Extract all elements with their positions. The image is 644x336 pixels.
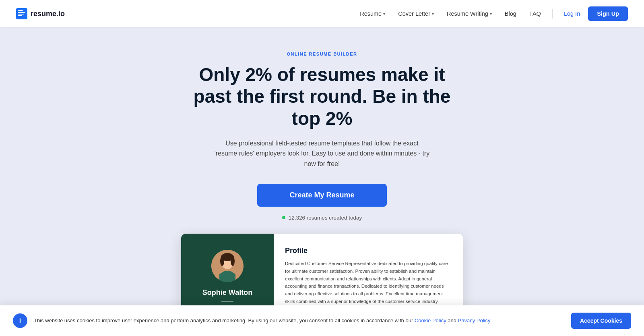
logo-text: resume.io bbox=[31, 10, 65, 18]
logo[interactable]: resume.io bbox=[16, 8, 65, 19]
nav-resume[interactable]: Resume ▾ bbox=[355, 7, 390, 20]
logo-icon bbox=[16, 8, 27, 19]
hero-eyebrow: ONLINE RESUME BUILDER bbox=[287, 52, 357, 56]
chevron-down-icon: ▾ bbox=[432, 12, 434, 16]
hero-title: Only 2% of resumes make it past the firs… bbox=[185, 64, 459, 129]
svg-point-9 bbox=[231, 256, 235, 266]
nav-cover-letter[interactable]: Cover Letter ▾ bbox=[393, 7, 439, 20]
svg-rect-4 bbox=[18, 15, 22, 16]
header: resume.io Resume ▾ Cover Letter ▾ Resume… bbox=[0, 0, 644, 27]
nav-faq[interactable]: FAQ bbox=[524, 7, 546, 20]
login-button[interactable]: Log In bbox=[559, 7, 585, 20]
cookie-text: This website uses cookies to improve use… bbox=[34, 317, 565, 325]
main-nav: Resume ▾ Cover Letter ▾ Resume Writing ▾… bbox=[355, 6, 628, 21]
resume-count: 12,326 resumes created today bbox=[282, 215, 362, 221]
live-indicator bbox=[282, 216, 285, 219]
info-icon: i bbox=[13, 313, 27, 328]
nav-blog[interactable]: Blog bbox=[500, 7, 521, 20]
svg-rect-1 bbox=[18, 10, 23, 11]
chevron-down-icon: ▾ bbox=[383, 12, 385, 16]
hero-section: ONLINE RESUME BUILDER Only 2% of resumes… bbox=[0, 27, 644, 336]
cookie-banner: i This website uses cookies to improve u… bbox=[0, 305, 644, 336]
svg-rect-3 bbox=[18, 14, 24, 15]
svg-point-8 bbox=[220, 256, 224, 266]
svg-rect-2 bbox=[18, 12, 25, 13]
resume-name: Sophie Walton bbox=[202, 288, 252, 297]
nav-divider bbox=[552, 9, 553, 19]
resume-divider bbox=[221, 301, 233, 302]
privacy-policy-link[interactable]: Privacy Policy bbox=[458, 317, 490, 324]
avatar bbox=[211, 250, 244, 282]
hero-subtitle: Use professional field-tested resume tem… bbox=[213, 138, 431, 169]
create-resume-button[interactable]: Create My Resume bbox=[257, 184, 386, 207]
nav-resume-writing[interactable]: Resume Writing ▾ bbox=[442, 7, 497, 20]
profile-heading: Profile bbox=[285, 247, 452, 255]
cookie-policy-link[interactable]: Cookie Policy bbox=[415, 317, 446, 324]
accept-cookies-button[interactable]: Accept Cookies bbox=[571, 313, 631, 329]
signup-button[interactable]: Sign Up bbox=[588, 6, 628, 21]
chevron-down-icon: ▾ bbox=[490, 12, 492, 16]
